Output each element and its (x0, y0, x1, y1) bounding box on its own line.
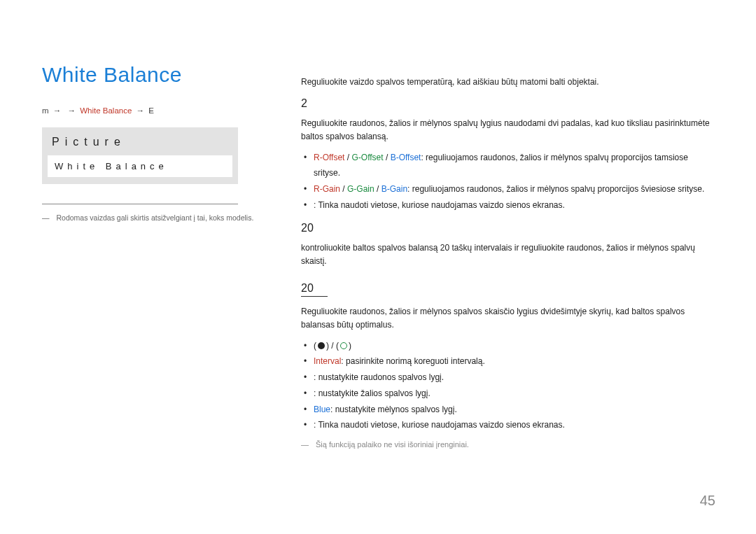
breadcrumb-menu: m (42, 106, 49, 115)
list-item-toggle: () / () (301, 338, 714, 354)
list-item-tail: : reguliuojamos raudonos, žalios ir mėly… (407, 184, 704, 194)
divider (42, 204, 238, 204)
section-text: kontroliuokite baltos spalvos balansą 20… (301, 241, 714, 268)
menu-panel-title: Picture (42, 127, 238, 155)
section-heading-underline: 20 (301, 282, 328, 297)
list-item: : Tinka naudoti vietose, kuriose naudoja… (301, 417, 714, 433)
bullet-list: R-Offset / G-Offset / B-Offset: reguliuo… (301, 150, 714, 213)
footnote-mark: ― (301, 439, 309, 451)
label-interval: Interval (314, 356, 341, 366)
label-b-offset: B-Offset (391, 153, 421, 162)
list-item: : nustatykite žalios spalvos lygį. (301, 386, 714, 402)
arrow-icon: → (136, 106, 145, 115)
section-text: Reguliuokite raudonos, žalios ir mėlynos… (301, 117, 714, 143)
list-item-text: : nustatykite žalios spalvos lygį. (314, 388, 430, 398)
footnote: ― Šią funkciją palaiko ne visi išoriniai… (301, 439, 714, 451)
breadcrumb-current: White Balance (80, 106, 132, 115)
paren-close: ) (349, 341, 351, 351)
section-heading: 2 (301, 97, 714, 110)
label-b-gain: B-Gain (382, 184, 407, 194)
on-icon (318, 342, 325, 349)
list-item: : nustatykite raudonos spalvos lygį. (301, 370, 714, 386)
menu-panel: Picture White Balance (42, 127, 238, 184)
label-r-offset: R-Offset (314, 153, 344, 162)
section-heading: 20 (301, 222, 714, 234)
list-item-text: : Tinka naudoti vietose, kuriose naudoja… (314, 420, 565, 430)
list-item-text: : Tinka naudoti vietose, kuriose naudoja… (314, 200, 565, 210)
bullet-list: () / () Interval: pasirinkite norimą kor… (301, 338, 714, 434)
arrow-icon: → (53, 106, 62, 115)
list-item: R-Gain / G-Gain / B-Gain: reguliuojamos … (301, 181, 714, 197)
footnote: ― Rodomas vaizdas gali skirtis atsižvelg… (42, 213, 266, 224)
list-item-tail: : nustatykite mėlynos spalvos lygį. (330, 405, 457, 414)
section-text: Reguliuokite raudonos, žalios ir mėlynos… (301, 305, 714, 332)
list-item-text: : nustatykite raudonos spalvos lygį. (314, 372, 444, 382)
breadcrumb: m → → White Balance → E (42, 106, 266, 115)
footnote-mark: ― (42, 213, 50, 224)
list-item: : Tinka naudoti vietose, kuriose naudoja… (301, 197, 714, 213)
intro-text: Reguliuokite vaizdo spalvos temperatūrą,… (301, 76, 714, 89)
list-item: R-Offset / G-Offset / B-Offset: reguliuo… (301, 150, 714, 182)
page-number: 45 (700, 493, 715, 509)
page-title: White Balance (42, 63, 266, 87)
breadcrumb-suffix: E (148, 106, 154, 115)
list-item: Interval: pasirinkite norimą koreguoti i… (301, 353, 714, 370)
menu-panel-item[interactable]: White Balance (48, 155, 232, 177)
list-item-tail: : pasirinkite norimą koreguoti intervalą… (341, 356, 484, 366)
label-r-gain: R-Gain (314, 184, 340, 194)
footnote-text: Šią funkciją palaiko ne visi išoriniai į… (316, 439, 469, 451)
footnote-text: Rodomas vaizdas gali skirtis atsižvelgia… (57, 213, 254, 224)
paren-mid: ) / ( (326, 341, 339, 351)
label-g-offset: G-Offset (351, 153, 383, 162)
arrow-icon: → (68, 106, 76, 115)
label-blue: Blue (314, 405, 330, 414)
label-g-gain: G-Gain (347, 184, 374, 194)
off-icon (340, 342, 347, 349)
list-item: Blue: nustatykite mėlynos spalvos lygį. (301, 402, 714, 418)
paren-open: ( (314, 341, 316, 351)
